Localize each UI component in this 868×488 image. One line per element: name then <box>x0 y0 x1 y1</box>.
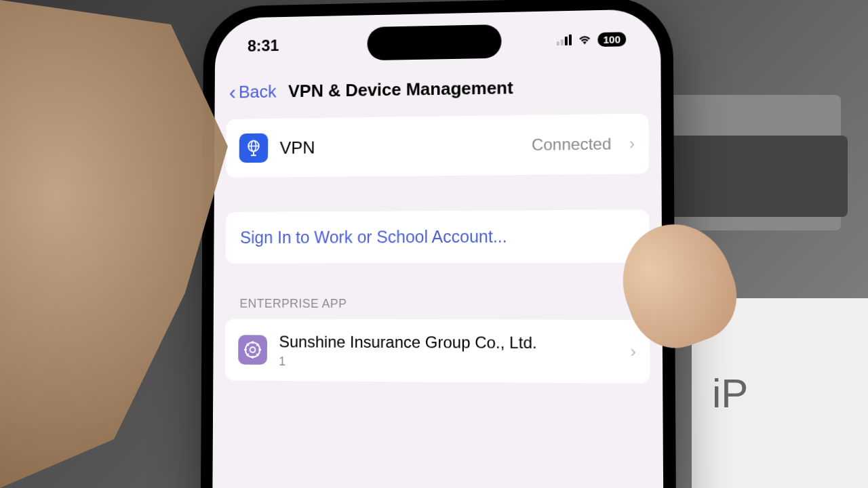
page-title: VPN & Device Management <box>288 77 513 102</box>
enterprise-text: Sunshine Insurance Group Co., Ltd. 1 <box>279 331 612 371</box>
phone-frame: 8:31 100 ‹ Back VPN & Device Management <box>199 0 677 488</box>
enterprise-app-name: Sunshine Insurance Group Co., Ltd. <box>279 331 612 353</box>
chevron-left-icon: ‹ <box>229 80 236 104</box>
bg-text: iP <box>712 370 748 417</box>
enterprise-app-row[interactable]: Sunshine Insurance Group Co., Ltd. 1 › <box>225 319 650 384</box>
chevron-right-icon: › <box>630 342 635 361</box>
battery-badge: 100 <box>597 32 626 47</box>
vpn-icon <box>239 134 269 163</box>
gear-icon <box>238 335 267 365</box>
sign-in-label: Sign In to Work or School Account... <box>240 226 507 247</box>
settings-content: VPN Connected › Sign In to Work or Schoo… <box>213 113 663 397</box>
status-time: 8:31 <box>248 36 279 55</box>
status-right: 100 <box>557 32 626 47</box>
enterprise-section-header: ENTERPRISE APP <box>214 262 663 320</box>
back-label: Back <box>239 81 277 102</box>
vpn-status: Connected <box>532 134 612 154</box>
vpn-label: VPN <box>280 135 519 159</box>
navigation-bar: ‹ Back VPN & Device Management <box>214 56 660 119</box>
wifi-icon <box>577 34 592 45</box>
phone-screen: 8:31 100 ‹ Back VPN & Device Management <box>212 9 665 488</box>
vpn-row[interactable]: VPN Connected › <box>226 113 649 178</box>
chevron-right-icon: › <box>629 134 635 153</box>
enterprise-app-count: 1 <box>279 354 612 371</box>
dynamic-island <box>368 24 502 60</box>
svg-point-6 <box>250 347 256 352</box>
sign-in-row[interactable]: Sign In to Work or School Account... <box>226 209 650 264</box>
background-stack-2 <box>651 136 848 217</box>
back-button[interactable]: ‹ Back <box>229 79 277 104</box>
cellular-signal-icon <box>557 35 572 45</box>
